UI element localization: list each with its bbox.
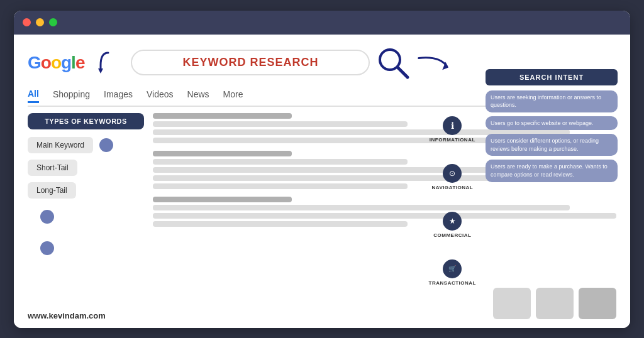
- arrow-to-keywords-icon: [96, 50, 119, 74]
- result-group-3: [153, 197, 616, 227]
- transactional-label: TRANSACTIONAL: [429, 280, 476, 286]
- close-dot[interactable]: [23, 18, 31, 26]
- intent-icons-column: ℹ INFORMATIONAL ⊙ NAVIGATIONAL ★ COMMERC…: [429, 116, 476, 286]
- list-item: Main Keyword: [28, 137, 144, 153]
- types-of-keywords-label: TYPES OF KEYWORDS: [28, 113, 144, 129]
- long-tail-btn[interactable]: Long-Tail: [28, 182, 76, 199]
- result-line: [153, 113, 292, 119]
- tab-more[interactable]: More: [223, 89, 243, 102]
- informational-label: INFORMATIONAL: [430, 137, 475, 143]
- keyword-list: Main Keyword Short-Tail Long-Tail: [28, 137, 144, 255]
- svg-marker-0: [98, 68, 103, 74]
- magnifier-icon: [376, 46, 410, 80]
- tab-all[interactable]: All: [28, 89, 39, 103]
- dot-circle-3: [40, 241, 54, 255]
- left-panel: TYPES OF KEYWORDS Main Keyword Short-Tai…: [28, 113, 144, 320]
- intent-item-transactional: Users are ready to make a purchase. Want…: [486, 160, 618, 182]
- list-item: Short-Tail: [28, 160, 144, 176]
- search-bar[interactable]: KEYWORD RESEARCH: [131, 50, 370, 75]
- intent-desc-navigational: Users go to specific website or webpage.: [486, 116, 618, 131]
- search-intent-title: SEARCH INTENT: [486, 69, 618, 85]
- intent-item-navigational: Users go to specific website or webpage.: [486, 116, 618, 131]
- thumbnail-2: [536, 288, 574, 319]
- thumbnails: [493, 288, 616, 319]
- intent-informational: ℹ INFORMATIONAL: [429, 116, 476, 143]
- result-line: [153, 183, 408, 189]
- tab-news[interactable]: News: [187, 89, 209, 102]
- result-line: [153, 121, 408, 127]
- result-line: [153, 221, 408, 227]
- google-logo: Google: [28, 53, 84, 73]
- website-url: www.kevindam.com: [28, 311, 106, 320]
- tab-videos[interactable]: Videos: [147, 89, 174, 102]
- content-area: Google KEYWORD RESEARCH: [14, 35, 630, 328]
- result-line: [153, 213, 616, 219]
- tab-shopping[interactable]: Shopping: [53, 89, 90, 102]
- transactional-icon: 🛒: [443, 259, 462, 278]
- intent-desc-informational: Users are seeking information or answers…: [486, 90, 618, 112]
- result-line: [153, 151, 292, 156]
- intent-commercial: ★ COMMERCiAL: [429, 212, 476, 238]
- dot-circle-2: [40, 210, 54, 224]
- commercial-label: COMMERCiAL: [433, 232, 471, 238]
- tab-images[interactable]: Images: [104, 89, 133, 102]
- result-line: [153, 159, 408, 165]
- navigational-label: NAVIGATIONAL: [431, 185, 473, 190]
- intent-navigational: ⊙ NAVIGATIONAL: [429, 164, 476, 190]
- dot-circle-1: [99, 138, 113, 152]
- result-line: [153, 197, 292, 202]
- titlebar: [14, 11, 630, 35]
- commercial-icon: ★: [443, 212, 462, 231]
- intent-transactional: 🛒 TRANSACTIONAL: [429, 259, 476, 286]
- short-tail-btn[interactable]: Short-Tail: [28, 160, 77, 176]
- thumbnail-1: [493, 288, 531, 319]
- main-window: Google KEYWORD RESEARCH: [14, 11, 630, 328]
- intent-desc-commercial: Users consider different options, or rea…: [486, 134, 618, 156]
- thumbnail-3: [579, 288, 616, 319]
- intent-desc-transactional: Users are ready to make a purchase. Want…: [486, 160, 618, 182]
- maximize-dot[interactable]: [49, 18, 57, 26]
- result-line: [153, 205, 570, 210]
- list-item: Long-Tail: [28, 182, 144, 199]
- navigational-icon: ⊙: [443, 164, 462, 183]
- intent-item-commercial: Users consider different options, or rea…: [486, 134, 618, 156]
- intent-item-informational: Users are seeking information or answers…: [486, 90, 618, 112]
- minimize-dot[interactable]: [36, 18, 44, 26]
- informational-icon: ℹ: [443, 116, 462, 135]
- svg-line-2: [397, 67, 408, 77]
- arrow-to-intent-icon: [416, 50, 454, 75]
- main-keyword-btn[interactable]: Main Keyword: [28, 137, 93, 153]
- search-intent-panel: SEARCH INTENT Users are seeking informat…: [486, 69, 618, 186]
